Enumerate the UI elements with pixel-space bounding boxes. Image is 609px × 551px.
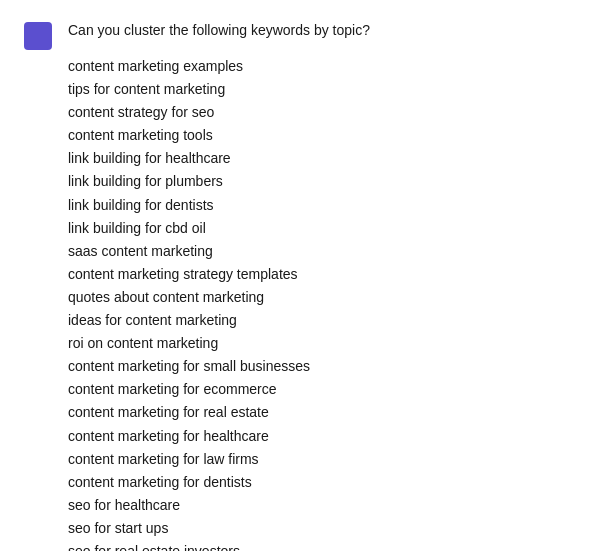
list-item: link building for dentists (68, 194, 585, 217)
list-item: content marketing for dentists (68, 471, 585, 494)
list-item: link building for cbd oil (68, 217, 585, 240)
list-item: content strategy for seo (68, 101, 585, 124)
list-item: seo for start ups (68, 517, 585, 540)
list-item: content marketing strategy templates (68, 263, 585, 286)
list-item: content marketing for healthcare (68, 425, 585, 448)
list-item: quotes about content marketing (68, 286, 585, 309)
list-item: content marketing for real estate (68, 401, 585, 424)
message-row: Can you cluster the following keywords b… (24, 20, 585, 551)
question-text: Can you cluster the following keywords b… (68, 20, 585, 41)
avatar (24, 22, 52, 50)
list-item: content marketing for small businesses (68, 355, 585, 378)
list-item: link building for plumbers (68, 170, 585, 193)
message-content: Can you cluster the following keywords b… (68, 20, 585, 551)
keywords-list: content marketing examplestips for conte… (68, 55, 585, 551)
list-item: tips for content marketing (68, 78, 585, 101)
list-item: saas content marketing (68, 240, 585, 263)
list-item: content marketing for ecommerce (68, 378, 585, 401)
list-item: content marketing examples (68, 55, 585, 78)
chat-container: Can you cluster the following keywords b… (0, 0, 609, 551)
list-item: seo for real estate investors (68, 540, 585, 551)
list-item: content marketing for law firms (68, 448, 585, 471)
list-item: seo for healthcare (68, 494, 585, 517)
list-item: roi on content marketing (68, 332, 585, 355)
list-item: ideas for content marketing (68, 309, 585, 332)
list-item: link building for healthcare (68, 147, 585, 170)
list-item: content marketing tools (68, 124, 585, 147)
